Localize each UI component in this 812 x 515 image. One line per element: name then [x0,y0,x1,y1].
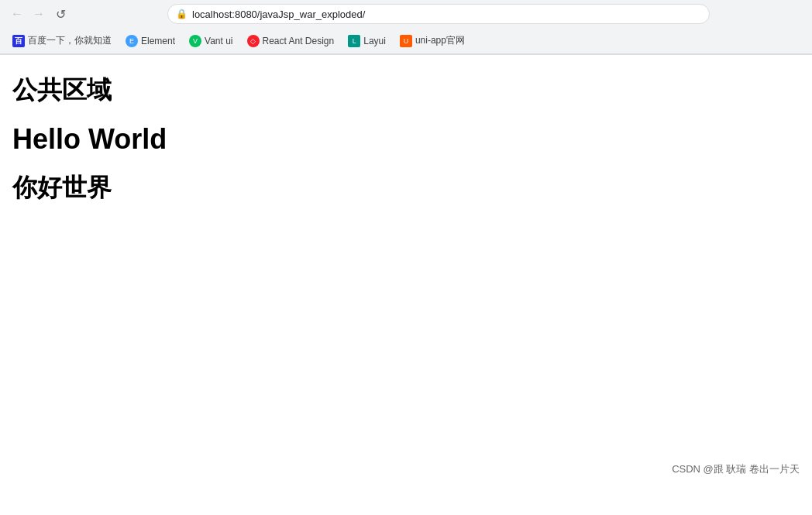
bookmark-baidu[interactable]: 百 百度一下，你就知道 [6,31,118,50]
baidu-label: 百度一下，你就知道 [28,34,112,47]
heading-chinese-greeting: 你好世界 [12,171,800,205]
bookmark-layui[interactable]: L Layui [342,32,392,50]
bookmark-uniapp[interactable]: U uni-app官网 [394,31,471,50]
back-button[interactable]: ← [9,6,25,22]
bookmarks-bar: 百 百度一下，你就知道 E Element V Vant ui ◇ React … [0,28,812,54]
page-content: 公共区域 Hello World 你好世界 CSDN @跟 耿瑞 卷出一片天 [0,55,812,489]
back-icon: ← [11,7,23,21]
react-ant-label: React Ant Design [263,36,335,46]
element-label: Element [141,36,175,46]
react-ant-icon: ◇ [247,35,260,47]
vant-label: Vant ui [205,36,232,46]
lock-icon: 🔒 [176,9,188,19]
uniapp-label: uni-app官网 [415,34,465,47]
forward-button[interactable]: → [31,6,46,22]
bookmark-element[interactable]: E Element [119,32,181,50]
baidu-icon: 百 [12,35,25,47]
bookmark-react-ant[interactable]: ◇ React Ant Design [241,32,341,50]
browser-chrome: ← → ↺ 🔒 localhost:8080/javaJsp_war_explo… [0,0,812,55]
layui-label: Layui [363,36,386,46]
layui-icon: L [348,35,360,47]
heading-hello-world: Hello World [12,123,800,156]
bookmark-vant[interactable]: V Vant ui [183,32,239,50]
uniapp-icon: U [400,35,412,47]
watermark: CSDN @跟 耿瑞 卷出一片天 [672,462,800,476]
forward-icon: → [33,7,45,21]
heading-public-area: 公共区域 [12,74,800,108]
element-icon: E [126,35,138,47]
address-bar[interactable]: 🔒 localhost:8080/javaJsp_war_exploded/ [167,4,710,24]
url-text: localhost:8080/javaJsp_war_exploded/ [192,9,365,20]
refresh-icon: ↺ [56,7,66,22]
vant-icon: V [189,35,201,47]
refresh-button[interactable]: ↺ [53,6,68,22]
browser-titlebar: ← → ↺ 🔒 localhost:8080/javaJsp_war_explo… [0,0,812,28]
